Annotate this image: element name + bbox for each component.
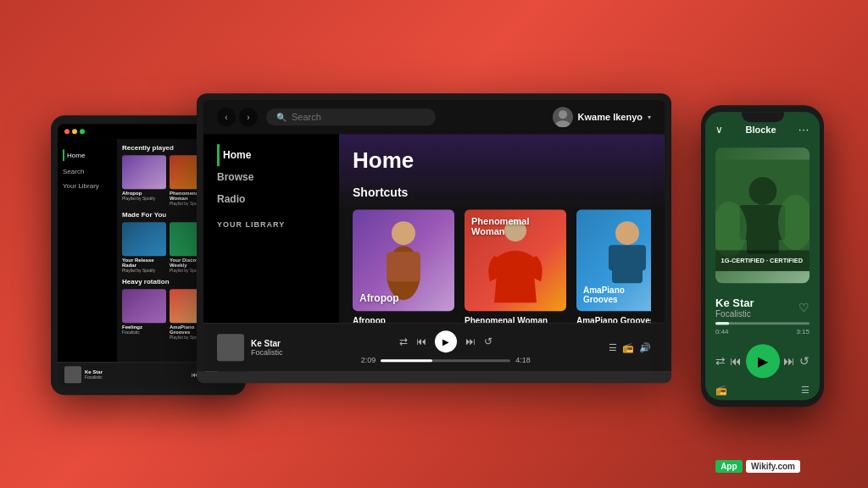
progress-track (381, 359, 510, 362)
phone-cast-icon[interactable]: 📻 (715, 385, 727, 396)
tablet-made-img-1 (122, 222, 166, 256)
playlist-card-img-amapiano: AmaPianoGrooves (576, 209, 651, 311)
tablet-made-label-1: Your Release Radar (122, 258, 166, 268)
svg-rect-9 (636, 245, 646, 270)
afropop-label: Afropop (353, 316, 454, 323)
svg-point-0 (559, 110, 567, 119)
search-icon: 🔍 (276, 113, 287, 122)
tablet-player-artist: Focalistic (85, 374, 103, 380)
player-track-name: Ke Star (251, 339, 283, 348)
desktop-sidebar: Home Browse Radio YOUR LIBRARY (203, 134, 339, 323)
phone-next-button[interactable]: ⏭ (783, 354, 795, 368)
player-bar: Ke Star Focalistic ⇄ ⏮ ▶ ⏭ ↺ 2:09 (203, 323, 665, 371)
tablet-sidebar: Home Search Your Library (58, 139, 117, 362)
phone-progress-fill (715, 322, 729, 324)
library-section-title: YOUR LIBRARY (203, 210, 339, 234)
wikify-label: Wikify.com (746, 460, 800, 473)
search-input[interactable] (292, 112, 426, 122)
back-button[interactable]: ‹ (217, 108, 236, 126)
tablet-library-label: Your Library (63, 182, 99, 190)
forward-button[interactable]: › (239, 108, 258, 126)
tablet-sidebar-home[interactable]: Home (63, 146, 112, 164)
playlist-card-img-phenomenal: PhenomemalWoman (465, 209, 566, 311)
sidebar-item-radio[interactable]: Radio (217, 188, 326, 210)
app-label: App (715, 460, 742, 473)
phone-play-button[interactable]: ▶ (746, 344, 780, 378)
sidebar-item-home[interactable]: Home (217, 144, 326, 166)
shuffle-button[interactable]: ⇄ (399, 336, 408, 347)
phone-shuffle-button[interactable]: ⇄ (715, 354, 726, 368)
phone-prev-button[interactable]: ⏮ (730, 354, 742, 368)
header-right: Kwame Ikenyo ▾ (553, 107, 651, 127)
desktop-body: Home Browse Radio YOUR LIBRARY Home Shor… (203, 134, 665, 323)
progress-bar[interactable]: 2:09 4:18 (361, 356, 531, 364)
phenomenal-label: Phenomenal Woman (465, 316, 566, 323)
current-time: 2:09 (361, 356, 376, 364)
tablet-heavy-card-1[interactable]: Feelingz Focalistic (122, 289, 166, 340)
tablet-player-left: Ke Star Focalistic (64, 366, 103, 383)
tablet-search-label: Search (63, 168, 84, 175)
svg-point-13 (748, 177, 776, 205)
phone-heart-button[interactable]: ♡ (798, 301, 810, 314)
phone-back-button[interactable]: ∨ (715, 124, 723, 136)
player-track-artist: Focalistic (251, 348, 283, 357)
player-controls: ⇄ ⏮ ▶ ⏭ ↺ 2:09 4:18 (361, 330, 531, 364)
tablet-made-card-1[interactable]: Your Release Radar Playlist by Spotify (122, 222, 166, 273)
nav-arrows: ‹ › (217, 108, 258, 126)
active-indicator (63, 149, 64, 161)
phone-repeat-button[interactable]: ↺ (799, 354, 810, 368)
desktop-header: ‹ › 🔍 Kwame Ikenyo ▾ (203, 100, 665, 134)
user-name: Kwame Ikenyo (578, 112, 643, 122)
amapiano-overlay-title: AmaPianoGrooves (583, 286, 625, 304)
tablet-home-label: Home (67, 152, 85, 159)
tablet-made-sub-1: Playlist by Spotify (122, 268, 166, 273)
phenomenal-overlay-title: PhenomemalWoman (471, 216, 529, 236)
tablet-card-img-afropop (122, 155, 166, 189)
volume-icon[interactable]: 🔊 (639, 342, 651, 353)
desktop-main: Home Shortcuts Afropop (339, 134, 665, 323)
prev-button[interactable]: ⏮ (416, 336, 426, 347)
tablet-sidebar-search[interactable]: Search (63, 164, 112, 179)
phone-bottom-bar: 📻 ☰ (705, 381, 820, 399)
tablet-heavy-img-1 (122, 289, 166, 323)
minimize-dot (72, 129, 77, 134)
svg-point-6 (615, 221, 639, 245)
sidebar-nav: Home Browse Radio (203, 144, 339, 210)
sidebar-item-browse[interactable]: Browse (217, 166, 326, 188)
phone-queue-icon[interactable]: ☰ (801, 385, 810, 396)
tablet-window-controls (64, 129, 85, 134)
player-thumb (217, 334, 244, 361)
phone-progress-bar[interactable]: 0:44 3:15 (705, 322, 820, 336)
phone-total-time: 3:15 (796, 328, 810, 336)
search-bar[interactable]: 🔍 (266, 108, 436, 125)
afropop-title: Afropop (359, 292, 399, 304)
devices-icon[interactable]: 📻 (622, 342, 634, 353)
page-title: Home (353, 147, 651, 174)
next-button[interactable]: ⏭ (465, 336, 476, 347)
playlist-card-amapiano[interactable]: AmaPianoGrooves AmaPiano Grooves Amaarae… (576, 209, 651, 323)
phone-progress-track (715, 322, 810, 324)
tablet-card-afropop[interactable]: Afropop Playlist by Spotify (122, 155, 166, 206)
avatar (553, 107, 573, 127)
svg-rect-4 (387, 252, 420, 281)
play-button[interactable]: ▶ (435, 330, 457, 352)
shortcuts-label: Shortcuts (353, 186, 651, 199)
tablet-card-sub-afropop: Playlist by Spotify (122, 196, 166, 201)
phone-album-art: 1G-CERTIFIED · CERTIFIED (715, 147, 810, 283)
desktop-screen: ‹ › 🔍 Kwame Ikenyo ▾ (203, 100, 665, 371)
phone-screen-title: Blocke (745, 125, 776, 135)
playlist-card-afropop[interactable]: Afropop Afropop Amaarae, Tems, Omah Lay,… (353, 209, 454, 323)
phone-controls: ⇄ ⏮ ▶ ⏭ ↺ (705, 341, 820, 381)
phone-track-name: Ke Star (715, 297, 754, 309)
phone-more-button[interactable]: ··· (798, 124, 810, 136)
playlist-card-phenomenal[interactable]: PhenomemalWoman Phenomenal Woman Bey T, … (465, 209, 566, 323)
tablet-sidebar-library[interactable]: Your Library (63, 179, 112, 193)
maximize-dot (80, 129, 85, 134)
tablet-player-thumb (64, 366, 81, 383)
total-time: 4:18 (515, 356, 531, 364)
svg-rect-8 (609, 245, 619, 270)
queue-icon[interactable]: ☰ (609, 342, 617, 353)
watermark: App Wikify.com (715, 458, 800, 473)
repeat-button[interactable]: ↺ (484, 336, 492, 347)
player-track: Ke Star Focalistic (217, 334, 283, 361)
